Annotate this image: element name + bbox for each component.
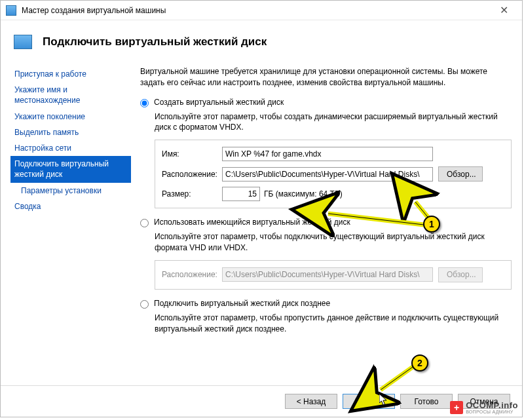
option-existing-desc: Используйте этот параметр, чтобы подключ… [155, 231, 512, 254]
option-create-vhd[interactable]: Создать виртуальный жесткий диск [140, 98, 512, 107]
radio-later-vhd[interactable] [140, 300, 149, 309]
fieldset-existing: Расположение: Обзор... [155, 260, 512, 290]
wizard-header: Подключить виртуальный жесткий диск [1, 20, 522, 61]
option-later-desc: Используйте этот параметр, чтобы пропуст… [155, 313, 512, 335]
sidebar-item-start[interactable]: Приступая к работе [10, 66, 134, 82]
option-create-label: Создать виртуальный жесткий диск [154, 98, 284, 107]
location-label: Расположение: [162, 170, 222, 179]
sidebar-item-memory[interactable]: Выделить память [10, 124, 134, 140]
sidebar-item-generation[interactable]: Укажите поколение [10, 109, 134, 124]
existing-browse-button: Обзор... [438, 267, 483, 282]
existing-loc-input [222, 267, 433, 282]
sidebar-item-vhd[interactable]: Подключить виртуальный жесткий диск [10, 156, 131, 182]
next-button[interactable]: Далее > [343, 394, 395, 409]
wizard-body: Приступая к работе Укажите имя и местона… [1, 61, 522, 381]
size-label: Размер: [162, 189, 222, 199]
name-label: Имя: [162, 149, 222, 159]
titlebar: Мастер создания виртуальной машины ✕ [1, 1, 522, 20]
window-title: Мастер создания виртуальной машины [22, 6, 491, 15]
radio-existing-vhd[interactable] [140, 219, 149, 227]
size-input[interactable] [222, 187, 260, 201]
sidebar-item-network[interactable]: Настройка сети [10, 140, 134, 156]
intro-text: Виртуальной машине требуется хранилище д… [140, 66, 512, 88]
sidebar-item-summary[interactable]: Сводка [10, 199, 134, 214]
sidebar: Приступая к работе Укажите имя и местона… [1, 61, 134, 381]
cancel-button[interactable]: Отмена [458, 394, 510, 409]
option-existing-vhd[interactable]: Использовать имеющийся виртуальный жестк… [140, 218, 512, 227]
size-unit: ГБ (максимум: 64 ТБ) [264, 189, 343, 199]
wizard-window: Мастер создания виртуальной машины ✕ Под… [0, 0, 523, 417]
name-input[interactable] [222, 147, 433, 161]
location-input[interactable] [222, 167, 433, 181]
option-create-desc: Используйте этот параметр, чтобы создать… [155, 111, 512, 134]
wizard-icon [14, 35, 32, 49]
fieldset-create: Имя: Расположение: Обзор... Размер: ГБ (… [155, 140, 512, 208]
close-button[interactable]: ✕ [491, 1, 517, 20]
sidebar-item-install-options[interactable]: Параметры установки [10, 183, 134, 199]
content-pane: Виртуальной машине требуется хранилище д… [134, 61, 522, 381]
option-later-vhd[interactable]: Подключить виртуальный жесткий диск позд… [140, 299, 512, 309]
sidebar-item-name-location[interactable]: Укажите имя и местонахождение [10, 82, 134, 108]
footer: < Назад Далее > Готово Отмена [1, 385, 522, 417]
app-icon [6, 5, 16, 16]
option-later-label: Подключить виртуальный жесткий диск позд… [154, 299, 330, 308]
existing-loc-label: Расположение: [162, 270, 222, 279]
finish-button[interactable]: Готово [400, 394, 453, 409]
browse-button[interactable]: Обзор... [438, 166, 483, 181]
option-existing-label: Использовать имеющийся виртуальный жестк… [154, 218, 350, 227]
back-button[interactable]: < Назад [285, 394, 337, 409]
radio-create-vhd[interactable] [140, 99, 149, 107]
page-title: Подключить виртуальный жесткий диск [43, 35, 267, 48]
